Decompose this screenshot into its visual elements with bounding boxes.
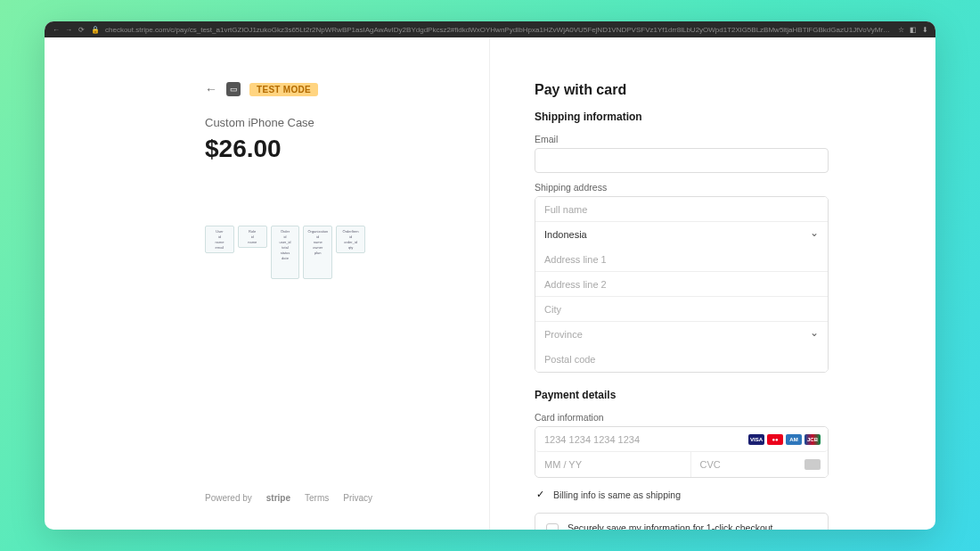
- payment-details-heading: Payment details: [535, 389, 829, 401]
- amex-icon: AM: [786, 434, 802, 445]
- save-info-box[interactable]: Securely save my information for 1-click…: [535, 513, 829, 530]
- email-input[interactable]: [535, 148, 829, 173]
- card-info-label: Card information: [535, 412, 829, 423]
- test-mode-badge: TEST MODE: [249, 83, 318, 96]
- stripe-logo: stripe: [266, 493, 290, 503]
- merchant-icon: ▭: [226, 82, 241, 96]
- province-select[interactable]: Province: [535, 322, 828, 347]
- reload-icon[interactable]: ⟳: [77, 25, 86, 34]
- browser-address-bar: ← → ⟳ 🔒 checkout.stripe.com/c/pay/cs_tes…: [45, 21, 935, 37]
- shipping-info-heading: Shipping information: [535, 111, 829, 123]
- city-input[interactable]: [535, 297, 828, 322]
- extensions-icon[interactable]: ◧: [910, 26, 917, 34]
- billing-same-label: Billing info is same as shipping: [553, 489, 681, 500]
- jcb-icon: JCB: [804, 434, 821, 445]
- payment-panel: Pay with card Shipping information Email…: [490, 37, 935, 530]
- star-icon[interactable]: ☆: [898, 26, 904, 34]
- card-input-group: VISA ●● AM JCB: [535, 426, 829, 478]
- forward-nav-icon[interactable]: →: [64, 25, 73, 34]
- address-line-2-input[interactable]: [535, 272, 828, 297]
- back-nav-icon[interactable]: ←: [52, 25, 61, 34]
- download-icon[interactable]: ⬇: [922, 26, 928, 34]
- footer: Powered by stripe Terms Privacy: [205, 493, 409, 503]
- save-info-title: Securely save my information for 1-click…: [568, 522, 776, 530]
- summary-panel: ← ▭ TEST MODE Custom iPhone Case $26.00 …: [45, 37, 490, 530]
- checkmark-icon: ✓: [535, 489, 546, 500]
- product-price: $26.00: [205, 135, 409, 163]
- terms-link[interactable]: Terms: [305, 493, 329, 503]
- lock-icon: 🔒: [91, 26, 100, 34]
- shipping-address-label: Shipping address: [535, 182, 829, 193]
- mastercard-icon: ●●: [767, 434, 783, 445]
- fullname-input[interactable]: [535, 197, 828, 222]
- save-info-checkbox[interactable]: [546, 523, 559, 530]
- shipping-address-group: Indonesia Province: [535, 196, 829, 373]
- url-text: checkout.stripe.com/c/pay/cs_test_a1vrtG…: [105, 26, 893, 34]
- address-line-1-input[interactable]: [535, 247, 828, 272]
- postal-code-input[interactable]: [535, 347, 828, 372]
- powered-by-label: Powered by: [205, 493, 252, 503]
- country-select[interactable]: Indonesia: [535, 222, 828, 247]
- card-expiry-input[interactable]: [535, 452, 691, 477]
- email-label: Email: [535, 134, 829, 144]
- visa-icon: VISA: [748, 434, 764, 445]
- back-arrow-icon[interactable]: ←: [205, 82, 217, 96]
- billing-same-row[interactable]: ✓ Billing info is same as shipping: [535, 489, 829, 500]
- pay-with-card-heading: Pay with card: [535, 82, 829, 98]
- card-brand-icons: VISA ●● AM JCB: [748, 434, 821, 445]
- product-name: Custom iPhone Case: [205, 116, 409, 129]
- privacy-link[interactable]: Privacy: [343, 493, 372, 503]
- cvc-card-icon: [804, 459, 821, 470]
- browser-window: ← → ⟳ 🔒 checkout.stripe.com/c/pay/cs_tes…: [45, 21, 935, 530]
- product-image: Useridnameemail Roleidname Orderiduser_i…: [205, 226, 365, 292]
